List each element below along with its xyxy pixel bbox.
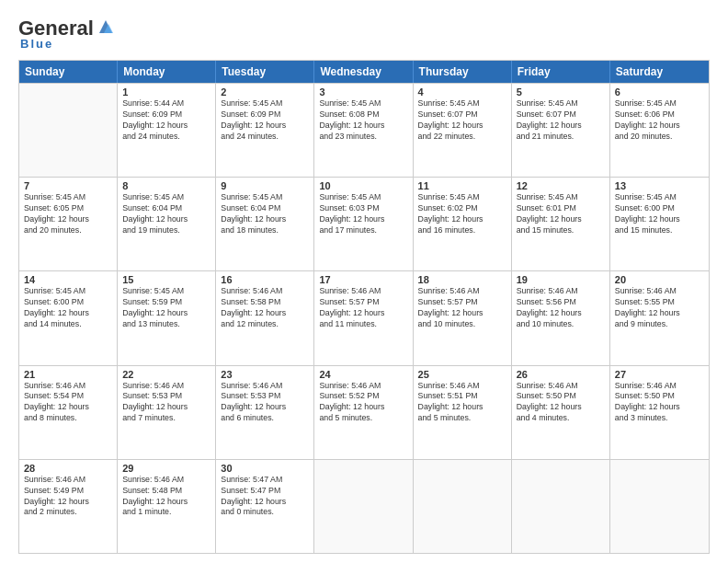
day-info: Sunrise: 5:44 AM Sunset: 6:09 PM Dayligh…: [122, 98, 210, 143]
day-number: 9: [221, 180, 309, 191]
day-info: Sunrise: 5:45 AM Sunset: 6:08 PM Dayligh…: [319, 98, 407, 143]
day-info: Sunrise: 5:46 AM Sunset: 5:56 PM Dayligh…: [517, 286, 605, 330]
calendar-cell: 24Sunrise: 5:46 AM Sunset: 5:52 PM Dayli…: [314, 366, 413, 459]
calendar-cell: 19Sunrise: 5:46 AM Sunset: 5:56 PM Dayli…: [512, 271, 610, 364]
day-number: 5: [517, 86, 605, 98]
calendar-row-5: 28Sunrise: 5:46 AM Sunset: 5:49 PM Dayli…: [19, 459, 709, 553]
header: General Blue: [18, 17, 710, 51]
day-info: Sunrise: 5:45 AM Sunset: 6:02 PM Dayligh…: [418, 192, 506, 236]
calendar-cell: 27Sunrise: 5:46 AM Sunset: 5:50 PM Dayli…: [610, 366, 709, 459]
day-number: 22: [122, 369, 210, 380]
calendar-cell: 3Sunrise: 5:45 AM Sunset: 6:08 PM Daylig…: [314, 84, 413, 177]
calendar-cell: 29Sunrise: 5:46 AM Sunset: 5:48 PM Dayli…: [118, 460, 216, 553]
calendar-cell: 25Sunrise: 5:46 AM Sunset: 5:51 PM Dayli…: [414, 366, 512, 459]
day-number: 12: [517, 180, 605, 191]
logo: General Blue: [18, 17, 116, 51]
calendar-row-4: 21Sunrise: 5:46 AM Sunset: 5:54 PM Dayli…: [19, 365, 709, 459]
calendar-cell: [19, 84, 118, 177]
calendar-cell: 1Sunrise: 5:44 AM Sunset: 6:09 PM Daylig…: [118, 84, 216, 177]
calendar-cell: 9Sunrise: 5:45 AM Sunset: 6:04 PM Daylig…: [216, 178, 314, 270]
day-info: Sunrise: 5:45 AM Sunset: 6:07 PM Dayligh…: [418, 98, 506, 143]
day-number: 25: [418, 369, 506, 380]
day-number: 18: [418, 274, 506, 285]
day-number: 6: [615, 86, 704, 98]
calendar-body: 1Sunrise: 5:44 AM Sunset: 6:09 PM Daylig…: [19, 83, 709, 553]
logo-blue-text: Blue: [20, 37, 53, 51]
weekday-header-friday: Friday: [512, 61, 610, 83]
day-number: 15: [122, 274, 210, 285]
calendar-header: SundayMondayTuesdayWednesdayThursdayFrid…: [19, 61, 709, 83]
day-info: Sunrise: 5:45 AM Sunset: 5:59 PM Dayligh…: [122, 286, 210, 330]
calendar-cell: 26Sunrise: 5:46 AM Sunset: 5:50 PM Dayli…: [512, 366, 610, 459]
day-number: 29: [122, 463, 210, 474]
calendar-cell: 4Sunrise: 5:45 AM Sunset: 6:07 PM Daylig…: [414, 84, 512, 177]
day-info: Sunrise: 5:46 AM Sunset: 5:54 PM Dayligh…: [24, 381, 112, 425]
day-number: 11: [418, 180, 506, 191]
day-info: Sunrise: 5:45 AM Sunset: 6:00 PM Dayligh…: [615, 192, 704, 236]
calendar-cell: 18Sunrise: 5:46 AM Sunset: 5:57 PM Dayli…: [414, 271, 512, 364]
calendar-cell: 12Sunrise: 5:45 AM Sunset: 6:01 PM Dayli…: [512, 178, 610, 270]
day-number: 2: [221, 86, 309, 98]
day-info: Sunrise: 5:46 AM Sunset: 5:51 PM Dayligh…: [418, 381, 506, 425]
day-info: Sunrise: 5:46 AM Sunset: 5:50 PM Dayligh…: [517, 381, 605, 425]
day-number: 21: [24, 369, 112, 380]
calendar-row-1: 1Sunrise: 5:44 AM Sunset: 6:09 PM Daylig…: [19, 83, 709, 177]
calendar-cell: 13Sunrise: 5:45 AM Sunset: 6:00 PM Dayli…: [610, 178, 709, 270]
weekday-header-saturday: Saturday: [610, 61, 709, 83]
calendar-cell: 30Sunrise: 5:47 AM Sunset: 5:47 PM Dayli…: [216, 460, 314, 553]
day-info: Sunrise: 5:46 AM Sunset: 5:52 PM Dayligh…: [319, 381, 407, 425]
calendar-cell: 14Sunrise: 5:45 AM Sunset: 6:00 PM Dayli…: [19, 271, 118, 364]
day-info: Sunrise: 5:46 AM Sunset: 5:57 PM Dayligh…: [319, 286, 407, 330]
day-number: 17: [319, 274, 407, 285]
weekday-header-sunday: Sunday: [19, 61, 118, 83]
calendar-cell: [610, 460, 709, 553]
weekday-header-monday: Monday: [118, 61, 216, 83]
day-number: 24: [319, 369, 407, 380]
day-info: Sunrise: 5:45 AM Sunset: 6:04 PM Dayligh…: [122, 192, 210, 236]
calendar-cell: 8Sunrise: 5:45 AM Sunset: 6:04 PM Daylig…: [118, 178, 216, 270]
page: General Blue SundayMondayTuesdayWednesda…: [0, 0, 728, 563]
day-info: Sunrise: 5:45 AM Sunset: 6:00 PM Dayligh…: [24, 286, 112, 330]
calendar-cell: 16Sunrise: 5:46 AM Sunset: 5:58 PM Dayli…: [216, 271, 314, 364]
calendar-cell: 23Sunrise: 5:46 AM Sunset: 5:53 PM Dayli…: [216, 366, 314, 459]
day-info: Sunrise: 5:46 AM Sunset: 5:57 PM Dayligh…: [418, 286, 506, 330]
weekday-header-thursday: Thursday: [414, 61, 512, 83]
day-number: 3: [319, 86, 407, 98]
day-number: 13: [615, 180, 704, 191]
day-info: Sunrise: 5:46 AM Sunset: 5:58 PM Dayligh…: [221, 286, 309, 330]
calendar-cell: 11Sunrise: 5:45 AM Sunset: 6:02 PM Dayli…: [414, 178, 512, 270]
calendar-cell: 20Sunrise: 5:46 AM Sunset: 5:55 PM Dayli…: [610, 271, 709, 364]
day-number: 4: [418, 86, 506, 98]
day-number: 8: [122, 180, 210, 191]
day-number: 26: [517, 369, 605, 380]
calendar-cell: 21Sunrise: 5:46 AM Sunset: 5:54 PM Dayli…: [19, 366, 118, 459]
day-info: Sunrise: 5:46 AM Sunset: 5:49 PM Dayligh…: [24, 475, 112, 519]
day-number: 1: [122, 86, 210, 98]
day-number: 28: [24, 463, 112, 474]
day-number: 27: [615, 369, 704, 380]
calendar-cell: [414, 460, 512, 553]
day-number: 20: [615, 274, 704, 285]
calendar-cell: 28Sunrise: 5:46 AM Sunset: 5:49 PM Dayli…: [19, 460, 118, 553]
day-number: 16: [221, 274, 309, 285]
day-number: 14: [24, 274, 112, 285]
calendar-cell: 2Sunrise: 5:45 AM Sunset: 6:09 PM Daylig…: [216, 84, 314, 177]
calendar-cell: 5Sunrise: 5:45 AM Sunset: 6:07 PM Daylig…: [512, 84, 610, 177]
day-number: 7: [24, 180, 112, 191]
day-info: Sunrise: 5:46 AM Sunset: 5:53 PM Dayligh…: [221, 381, 309, 425]
calendar: SundayMondayTuesdayWednesdayThursdayFrid…: [18, 60, 710, 554]
calendar-cell: 15Sunrise: 5:45 AM Sunset: 5:59 PM Dayli…: [118, 271, 216, 364]
day-info: Sunrise: 5:45 AM Sunset: 6:06 PM Dayligh…: [615, 98, 704, 143]
day-info: Sunrise: 5:46 AM Sunset: 5:50 PM Dayligh…: [615, 381, 704, 425]
day-info: Sunrise: 5:45 AM Sunset: 6:05 PM Dayligh…: [24, 192, 112, 236]
weekday-header-tuesday: Tuesday: [216, 61, 314, 83]
calendar-row-3: 14Sunrise: 5:45 AM Sunset: 6:00 PM Dayli…: [19, 270, 709, 364]
day-info: Sunrise: 5:45 AM Sunset: 6:07 PM Dayligh…: [517, 98, 605, 143]
day-info: Sunrise: 5:46 AM Sunset: 5:55 PM Dayligh…: [615, 286, 704, 330]
day-number: 19: [517, 274, 605, 285]
day-info: Sunrise: 5:46 AM Sunset: 5:53 PM Dayligh…: [122, 381, 210, 425]
day-info: Sunrise: 5:45 AM Sunset: 6:04 PM Dayligh…: [221, 192, 309, 236]
calendar-row-2: 7Sunrise: 5:45 AM Sunset: 6:05 PM Daylig…: [19, 177, 709, 270]
day-info: Sunrise: 5:45 AM Sunset: 6:03 PM Dayligh…: [319, 192, 407, 236]
day-number: 10: [319, 180, 407, 191]
